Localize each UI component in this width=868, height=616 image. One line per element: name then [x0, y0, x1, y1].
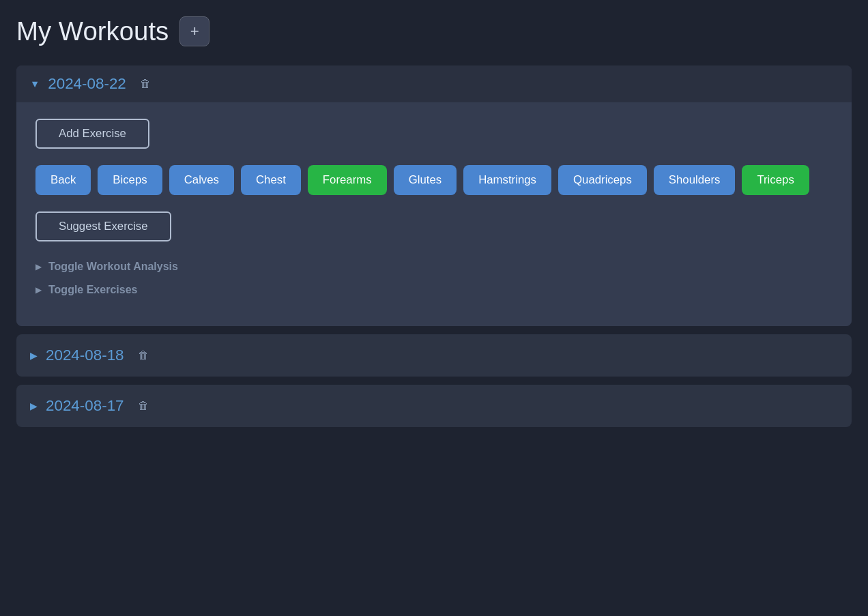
toggle-exercises-section[interactable]: ▶ Toggle Exercises [35, 284, 833, 296]
workout-card-2024-08-22: ▼ 2024-08-22 🗑 Add Exercise Back Biceps … [16, 65, 852, 326]
add-workout-button[interactable]: + [179, 16, 209, 46]
delete-workout-icon[interactable]: 🗑 [138, 400, 149, 412]
delete-workout-icon[interactable]: 🗑 [138, 349, 149, 362]
workout-header-2024-08-17[interactable]: ▶ 2024-08-17 🗑 [16, 385, 852, 427]
add-exercise-button[interactable]: Add Exercise [35, 119, 149, 149]
page-title: My Workouts [16, 16, 169, 46]
muscle-tag-back[interactable]: Back [35, 165, 91, 195]
toggle-analysis-label: Toggle Workout Analysis [48, 261, 178, 273]
muscle-tag-chest[interactable]: Chest [241, 165, 301, 195]
muscle-tag-hamstrings[interactable]: Hamstrings [463, 165, 551, 195]
muscle-tag-quadriceps[interactable]: Quadriceps [558, 165, 647, 195]
workout-header-2024-08-22[interactable]: ▼ 2024-08-22 🗑 [16, 65, 852, 102]
muscle-tag-shoulders[interactable]: Shoulders [654, 165, 736, 195]
muscle-tag-calves[interactable]: Calves [169, 165, 234, 195]
muscle-tag-triceps[interactable]: Triceps [742, 165, 809, 195]
muscle-tag-forearms[interactable]: Forearms [308, 165, 387, 195]
muscle-tag-biceps[interactable]: Biceps [98, 165, 162, 195]
chevron-right-icon: ▶ [30, 400, 38, 411]
delete-workout-icon[interactable]: 🗑 [140, 78, 151, 90]
workout-card-2024-08-18: ▶ 2024-08-18 🗑 [16, 334, 852, 377]
workout-date: 2024-08-22 [48, 75, 126, 93]
workouts-list: ▼ 2024-08-22 🗑 Add Exercise Back Biceps … [16, 65, 852, 427]
chevron-right-icon: ▶ [30, 350, 38, 361]
toggle-analysis-chevron-icon: ▶ [35, 262, 42, 272]
chevron-down-icon: ▼ [30, 78, 40, 89]
workout-body: Add Exercise Back Biceps Calves Chest Fo… [16, 102, 852, 326]
muscle-tags-group: Back Biceps Calves Chest Forearms Glutes [35, 165, 833, 195]
toggle-analysis-section[interactable]: ▶ Toggle Workout Analysis [35, 261, 833, 273]
workout-date: 2024-08-17 [46, 397, 124, 415]
muscle-tag-glutes[interactable]: Glutes [394, 165, 457, 195]
toggle-exercises-chevron-icon: ▶ [35, 285, 42, 295]
page-header: My Workouts + [16, 16, 852, 46]
toggle-exercises-label: Toggle Exercises [48, 284, 137, 296]
workout-date: 2024-08-18 [46, 347, 124, 364]
workout-card-2024-08-17: ▶ 2024-08-17 🗑 [16, 385, 852, 427]
workout-header-2024-08-18[interactable]: ▶ 2024-08-18 🗑 [16, 334, 852, 377]
suggest-exercise-button[interactable]: Suggest Exercise [35, 211, 171, 241]
